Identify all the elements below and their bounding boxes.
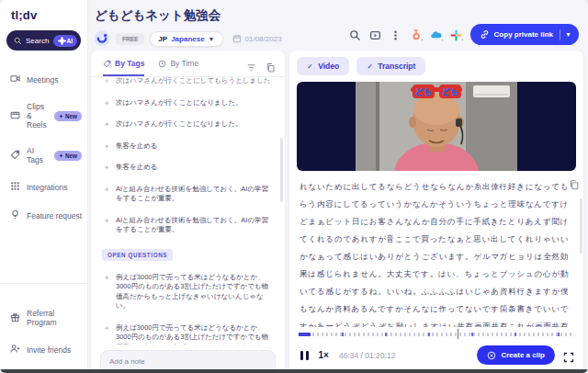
ai-search-badge: AI [53,35,78,47]
sidebar-item-invite-friends[interactable]: Invite friends [0,335,87,364]
player-controls: 1× 46:34 / 01:20:12 Create a clip [289,339,583,373]
progress-bar[interactable] [299,329,574,339]
open-questions-label: OPEN QUESTIONS [102,249,173,261]
filter-icon[interactable] [246,60,256,70]
tag-item[interactable]: 例えば3000円で売ってる米はどうなるかとか、3000円のものがある3割上げただ… [102,273,274,311]
sidebar-item-ai-tags[interactable]: AI Tags New [0,138,87,173]
hubspot-icon[interactable] [410,28,422,40]
tab-transcript[interactable]: ✓Transcript [356,57,425,75]
new-badge: New [54,151,82,161]
avatar[interactable] [94,30,110,47]
create-clip-button[interactable]: Create a clip [477,345,555,365]
ai-sparkle-icon [102,120,110,129]
check-icon: ✓ [307,62,313,71]
language-selector[interactable]: JP Japanese ▼ [150,31,222,47]
salesforce-icon[interactable] [430,28,442,40]
plan-badge: FREE [116,33,144,45]
video-frame: ども ども [356,82,517,171]
transcript-text: れないために出してるならどうせならなんか糸出倖行好きになってもらう内容にしてるっ… [300,178,569,327]
pause-button[interactable] [300,351,309,360]
transcript-scrollbar[interactable] [580,198,582,254]
link-icon [480,29,490,40]
fullscreen-icon[interactable] [563,350,574,361]
ai-sparkle-icon [102,324,110,333]
clips-icon [10,110,20,122]
tab-by-time[interactable]: By Time [158,59,198,76]
copy-transcript-icon[interactable] [569,177,580,188]
ai-sparkle-icon [102,99,110,107]
sidebar-item-referral-program[interactable]: Referral Program [0,300,87,335]
ai-sparkle-icon [102,274,110,282]
tag-item[interactable]: 集客を止める [102,141,274,152]
referral-icon [10,312,20,324]
player-tabs: ✓Video ✓Transcript [289,51,583,80]
sidebar-item-clips-reels[interactable]: Clips & Reels New [0,94,87,138]
calendar-icon [232,34,242,43]
sidebar-nav: Meetings Clips & Reels New AI Tags New I… [0,65,87,230]
sidebar-divider [0,283,87,284]
video-player[interactable]: ども ども [297,82,576,171]
tags-panel: By Tags By Time 次はハマさんが行くことにしてもらうとしました 次… [91,51,285,373]
search-input[interactable]: Search AI [6,30,81,51]
waveform-track [299,333,574,336]
tag-item[interactable]: 次はハマさんが行くことになりました。 [102,119,274,130]
tag-item[interactable]: 例えば3000円で売ってる米はどうなるかとか、3000円のものがある3割上げただ… [102,323,274,345]
kebab-menu-icon[interactable] [390,28,401,40]
integrations-icon [10,181,20,193]
sparkle-icon [59,153,63,158]
ai-sparkle-icon [102,77,110,85]
search-label: Search [26,37,53,45]
sidebar: tl;dv Search AI Meetings Clips & Reels N… [0,0,88,373]
header-actions: Copy private link ▼ [349,24,579,45]
ai-sparkle-icon [102,186,110,194]
time-display: 46:34 / 01:20:12 [339,351,395,360]
tag-item[interactable]: 集客を止める [102,163,274,173]
video-library-icon[interactable] [369,28,381,40]
player-panel: ✓Video ✓Transcript [289,51,583,373]
window-bottom-edge [0,369,588,373]
tldv-logo: tl;dv [0,0,87,28]
tag-item[interactable]: 次はハマさんが行くことにしてもらうとしました [102,77,274,86]
feature-icon [10,209,20,221]
sparkle-icon [59,114,63,119]
search-icon [14,37,22,45]
slack-icon[interactable] [450,28,462,40]
chevron-down-icon: ▼ [209,36,215,42]
search-icon[interactable] [349,28,361,40]
copy-icon[interactable] [266,60,276,70]
tags-tabs: By Tags By Time [91,51,285,77]
tags-scrollbar[interactable] [280,138,283,202]
playhead-marker[interactable] [458,329,458,339]
copy-private-link-button[interactable]: Copy private link ▼ [470,24,579,45]
sidebar-item-feature-request[interactable]: Feature request [0,201,87,230]
tag-icon [103,60,111,68]
tab-video[interactable]: ✓Video [297,57,349,75]
invite-icon [10,344,20,356]
clip-icon [487,351,496,360]
ai-sparkle-icon [102,164,110,172]
main-area: どもどもネット勉強会 FREE JP Japanese ▼ 01/08/2023 [89,0,588,373]
tag-item[interactable]: AIと組み合わせる技術を勉強しておく。AIの学習をすることが重要。 [102,216,274,235]
app-window: tl;dv Search AI Meetings Clips & Reels N… [0,0,588,373]
meetings-icon [10,73,20,85]
aitags-icon [10,150,20,162]
sidebar-item-meetings[interactable]: Meetings [0,65,87,94]
tag-item[interactable]: 次はハマさんが行くことになりました。 [102,98,274,108]
ai-sparkle-icon [102,142,110,151]
tab-by-tags[interactable]: By Tags [103,59,144,76]
new-badge: New [54,111,82,121]
chevron-down-icon[interactable]: ▼ [565,31,571,38]
ai-sparkle-icon [102,217,110,225]
sidebar-item-integrations[interactable]: Integrations [0,173,87,201]
check-icon: ✓ [367,62,373,71]
meeting-date: 01/08/2023 [232,34,282,43]
sidebar-footer-nav: Referral Program Invite friends [0,300,87,373]
transcript-area: れないために出してるならどうせならなんか糸出倖行好きになってもらう内容にしてるっ… [289,171,583,327]
tag-item[interactable]: AIと組み合わせる技術を勉強しておく。AIの学習をすることが重要。 [102,185,274,204]
playback-speed-button[interactable]: 1× [319,350,329,360]
svg-text:ども: ども [442,87,458,96]
clock-icon [158,60,166,68]
tag-list: 次はハマさんが行くことにしてもらうとしました 次はハマさんが行くことになりました… [91,77,285,345]
svg-text:ども: ども [415,87,432,96]
page-title: どもどもネット勉強会 [89,0,588,24]
